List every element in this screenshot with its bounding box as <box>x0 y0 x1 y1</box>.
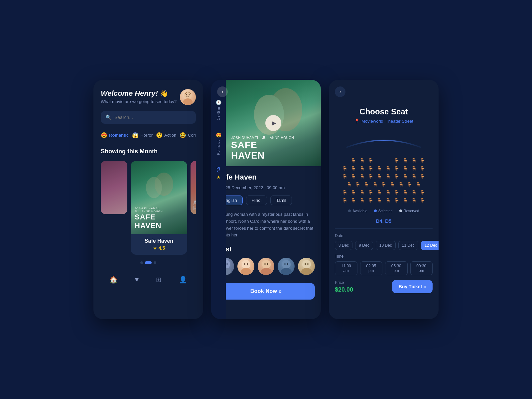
date-9dec[interactable]: 9 Dec <box>355 241 373 250</box>
dot-1 <box>140 261 143 264</box>
seat-b7[interactable]: 🪑 <box>393 165 400 172</box>
back-button[interactable]: ‹ <box>217 86 228 97</box>
search-icon: 🔍 <box>105 114 112 120</box>
seat-d4[interactable]: 🪑 <box>367 173 374 180</box>
detail-sidebar: 🕐 1h 45 m 😍 Romantic 4.5 ★ <box>211 80 226 319</box>
seat-g5[interactable]: 🪑 <box>376 197 383 203</box>
date-10dec[interactable]: 10 Dec <box>376 241 396 250</box>
seat-e5[interactable]: 🪑 <box>380 181 387 188</box>
movie-featured[interactable]: JOSH DUHAMELJULIANNE HOUGH SAFEHAVEN Saf… <box>131 161 187 255</box>
seat-e2[interactable]: 🪑 <box>354 181 361 188</box>
seat-g2[interactable]: 🪑 <box>350 197 357 203</box>
seat-row-1: 🪑 🪑 🪑 🪑 🪑 🪑 🪑 <box>341 157 426 164</box>
seat-f3[interactable]: 🪑 <box>358 189 366 196</box>
seat-e4[interactable]: 🪑 <box>371 181 379 188</box>
seat-g9[interactable]: 🪑 <box>410 197 418 203</box>
seat-b2[interactable]: 🪑 <box>350 165 357 172</box>
seat-a7[interactable]: 🪑 <box>419 157 426 164</box>
seat-c7[interactable]: 🪑 <box>393 173 400 180</box>
time-1730[interactable]: 05:30 pm <box>385 261 408 275</box>
movie-side-left[interactable] <box>101 161 127 214</box>
seat-f8[interactable]: 🪑 <box>402 189 409 196</box>
seat-f4[interactable]: 🪑 <box>367 189 374 196</box>
seat-b1[interactable]: 🪑 <box>341 165 348 172</box>
seat-d5[interactable]: 🪑 <box>376 173 383 180</box>
seat-b3[interactable]: 🪑 <box>358 165 366 172</box>
svg-point-17 <box>262 260 271 269</box>
seat-c3[interactable]: 🪑 <box>358 173 366 180</box>
date-8dec[interactable]: 8 Dec <box>335 241 352 250</box>
seat-c1[interactable]: 🪑 <box>341 173 348 180</box>
seat-g7[interactable]: 🪑 <box>393 197 400 203</box>
svg-point-27 <box>305 263 306 265</box>
seat-a2[interactable]: 🪑 <box>358 157 366 164</box>
movie-rating: ★ 4.5 <box>135 245 183 251</box>
greeting-subtitle: What movie are we going to see today? <box>101 99 177 104</box>
nav-grid-icon[interactable]: ⊞ <box>156 276 162 284</box>
seat-e6[interactable]: 🪑 <box>389 181 396 188</box>
clock-icon: 🕐 <box>216 100 221 105</box>
seat-e7[interactable]: 🪑 <box>397 181 405 188</box>
time-2130[interactable]: 09:30 pm <box>410 261 433 275</box>
seat-g3[interactable]: 🪑 <box>358 197 366 203</box>
seat-f1[interactable]: 🪑 <box>341 189 348 196</box>
seat-f9[interactable]: 🪑 <box>410 189 418 196</box>
search-bar[interactable]: 🔍 <box>101 111 196 124</box>
seat-a5[interactable]: 🪑 <box>402 157 409 164</box>
seat-b4[interactable]: 🪑 <box>367 165 374 172</box>
date-11dec[interactable]: 11 Dec <box>398 241 418 250</box>
seat-c9[interactable]: 🪑 <box>410 173 418 180</box>
seat-f2[interactable]: 🪑 <box>350 189 357 196</box>
category-comedy[interactable]: 😂 Com <box>180 130 196 140</box>
lang-hindi[interactable]: Hindi <box>246 196 267 205</box>
seat-f10[interactable]: 🪑 <box>419 189 426 196</box>
movie-side-right[interactable]: AfteHa <box>191 161 196 214</box>
buy-ticket-button[interactable]: Buy Ticket » <box>392 280 433 293</box>
nav-profile-icon[interactable]: 👤 <box>179 276 187 284</box>
seat-row-3: 🪑 🪑 🪑 🪑 🪑 🪑 🪑 🪑 🪑 🪑 <box>341 173 426 180</box>
seat-g8[interactable]: 🪑 <box>402 197 409 203</box>
time-1100[interactable]: 11:00 am <box>335 261 357 275</box>
seat-a6[interactable]: 🪑 <box>410 157 418 164</box>
seat-e8[interactable]: 🪑 <box>406 181 413 188</box>
nav-favorites-icon[interactable]: ♥ <box>135 276 139 284</box>
seat-g6[interactable]: 🪑 <box>384 197 392 203</box>
category-action[interactable]: 😲 Action <box>156 130 176 140</box>
seat-b8[interactable]: 🪑 <box>402 165 409 172</box>
category-tabs: 😍 Romantic 😱 Horror 😲 Action 😂 Com <box>101 130 196 140</box>
comedy-label: Com <box>188 133 196 138</box>
seat-g10[interactable]: 🪑 <box>419 197 426 203</box>
seat-e9[interactable]: 🪑 <box>415 181 422 188</box>
category-romantic[interactable]: 😍 Romantic <box>101 130 129 140</box>
category-horror[interactable]: 😱 Horror <box>132 130 153 140</box>
seat-a4[interactable]: 🪑 <box>393 157 400 164</box>
seat-e3[interactable]: 🪑 <box>363 181 370 188</box>
seat-e1[interactable]: 🪑 <box>345 181 353 188</box>
location-icon: 📍 <box>354 118 360 124</box>
time-section: Time 11:00 am 02:05 pm 05:30 pm 09:30 pm <box>335 254 433 275</box>
movie-name: Safe Haven <box>135 238 183 244</box>
seat-b10[interactable]: 🪑 <box>419 165 426 172</box>
seat-a1[interactable]: 🪑 <box>350 157 357 164</box>
seat-f7[interactable]: 🪑 <box>393 189 400 196</box>
seat-f5[interactable]: 🪑 <box>376 189 383 196</box>
lang-tamil[interactable]: Tamil <box>270 196 292 205</box>
seat-c6[interactable]: 🪑 <box>384 173 392 180</box>
nav-home-icon[interactable]: 🏠 <box>109 276 118 284</box>
seat-b9[interactable]: 🪑 <box>410 165 418 172</box>
time-1405[interactable]: 02:05 pm <box>360 261 383 275</box>
seat-c2[interactable]: 🪑 <box>350 173 357 180</box>
seat-c8[interactable]: 🪑 <box>402 173 409 180</box>
seat-g1[interactable]: 🪑 <box>341 197 348 203</box>
seat-f6[interactable]: 🪑 <box>384 189 392 196</box>
seat-c10[interactable]: 🪑 <box>419 173 426 180</box>
seat-b5[interactable]: 🪑 <box>376 165 383 172</box>
user-avatar[interactable] <box>180 89 196 105</box>
seat-g4[interactable]: 🪑 <box>367 197 374 203</box>
seat-b6[interactable]: 🪑 <box>384 165 392 172</box>
search-input[interactable] <box>114 115 191 120</box>
date-12dec[interactable]: 12 Dec <box>421 241 439 250</box>
back-button[interactable]: ‹ <box>335 86 345 97</box>
book-now-button[interactable]: Book Now » <box>217 283 315 300</box>
seat-a3[interactable]: 🪑 <box>367 157 374 164</box>
